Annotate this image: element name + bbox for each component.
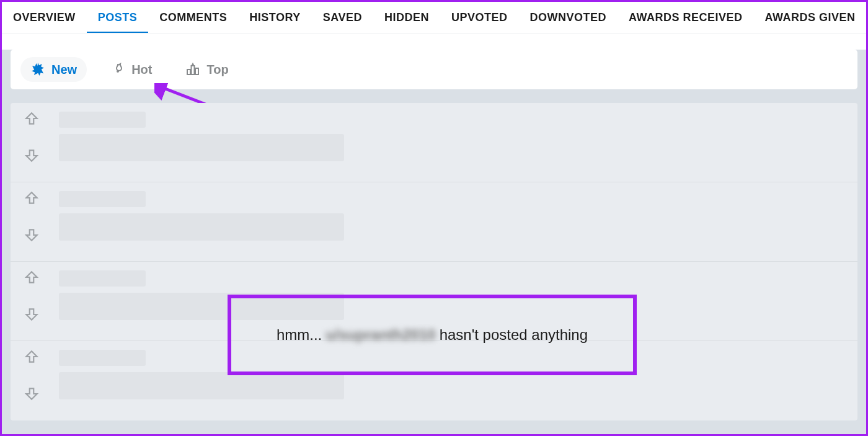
sort-hot-button[interactable]: Hot	[100, 57, 162, 82]
tab-saved[interactable]: SAVED	[312, 2, 373, 33]
profile-tabbar: OVERVIEW POSTS COMMENTS HISTORY SAVED HI…	[2, 2, 866, 33]
downvote-icon[interactable]	[24, 148, 40, 166]
upvote-icon[interactable]	[24, 269, 40, 288]
sort-top-button[interactable]: Top	[175, 57, 238, 82]
tab-awards-received[interactable]: AWARDS RECEIVED	[618, 2, 754, 33]
svg-rect-2	[187, 69, 190, 74]
skeleton-row	[11, 103, 857, 182]
upvote-icon[interactable]	[24, 190, 40, 208]
svg-rect-3	[192, 66, 195, 74]
sort-new-label: New	[51, 63, 77, 77]
downvote-icon[interactable]	[24, 227, 40, 246]
tab-downvoted[interactable]: DOWNVOTED	[518, 2, 618, 33]
skeleton-row	[11, 262, 857, 341]
upvote-icon[interactable]	[24, 110, 40, 129]
podium-icon	[185, 62, 200, 77]
sort-hot-label: Hot	[131, 63, 152, 77]
post-feed: hmm... u/supranth2010 hasn't posted anyt…	[11, 103, 857, 420]
skeleton-row	[11, 182, 857, 262]
sort-top-label: Top	[206, 63, 228, 77]
tab-upvoted[interactable]: UPVOTED	[440, 2, 519, 33]
burst-icon	[30, 62, 45, 77]
flame-icon	[110, 62, 125, 77]
tab-posts[interactable]: POSTS	[87, 2, 149, 33]
svg-rect-4	[195, 68, 198, 74]
tab-comments[interactable]: COMMENTS	[148, 2, 238, 33]
tab-hidden[interactable]: HIDDEN	[373, 2, 440, 33]
downvote-icon[interactable]	[24, 306, 40, 325]
sort-bar: New Hot Top	[11, 50, 857, 89]
svg-point-1	[117, 70, 119, 73]
downvote-icon[interactable]	[24, 386, 40, 404]
page-body: New Hot Top	[2, 50, 866, 436]
tab-history[interactable]: HISTORY	[238, 2, 312, 33]
upvote-icon[interactable]	[24, 349, 40, 367]
tab-awards-given[interactable]: AWARDS GIVEN	[753, 2, 866, 33]
skeleton-row	[11, 341, 857, 420]
tab-overview[interactable]: OVERVIEW	[2, 2, 87, 33]
sort-new-button[interactable]: New	[20, 57, 87, 82]
